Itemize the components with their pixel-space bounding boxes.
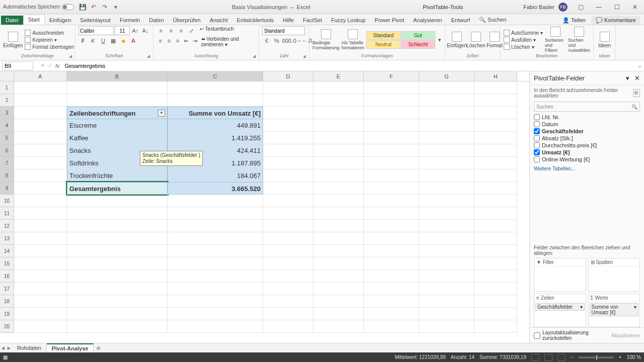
gear-icon[interactable]: ⚙ (633, 89, 640, 97)
area-values[interactable]: Σ Werte Summe von Umsatz [€]▾ (588, 294, 640, 327)
increase-font-icon[interactable]: A↑ (131, 26, 140, 35)
comma-icon[interactable]: 000 (282, 36, 291, 45)
fill-button[interactable]: Ausfüllen ▾ (504, 37, 543, 43)
row-header[interactable]: 13 (0, 232, 14, 245)
find-select-button[interactable]: Suchen und Auswählen (568, 27, 590, 53)
align-middle-icon[interactable]: ≡ (167, 26, 176, 35)
col-header[interactable]: A (14, 71, 67, 81)
area-columns[interactable]: ⊞ Spalten (588, 258, 640, 292)
toggle-icon[interactable] (62, 4, 74, 10)
search-box[interactable]: 🔍 Suchen (474, 15, 511, 25)
align-top-icon[interactable]: ≡ (156, 26, 166, 35)
fx-icon[interactable]: fx (55, 63, 60, 69)
col-header[interactable]: D (263, 71, 313, 81)
font-select[interactable] (78, 26, 114, 35)
sheet-nav-prev-icon[interactable]: ◄ (0, 345, 6, 351)
row-header[interactable]: 4 (0, 119, 14, 132)
field-checkbox[interactable] (534, 121, 540, 127)
cancel-formula-icon[interactable]: ✕ (40, 62, 45, 69)
copy-button[interactable]: Kopieren ▾ (25, 37, 74, 43)
tab-page-layout[interactable]: Seitenlayout (75, 16, 115, 25)
wrap-text-button[interactable]: ↩ Textumbruch (200, 26, 234, 35)
style-schlecht[interactable]: Schlecht (401, 40, 435, 49)
tab-file[interactable]: Datei (1, 16, 23, 25)
field-item[interactable]: Datum (534, 121, 640, 128)
indent-inc-icon[interactable]: ⇥ (191, 36, 199, 45)
insert-cells-button[interactable]: Einfügen (448, 32, 465, 48)
tab-start[interactable]: Start (23, 15, 45, 25)
area-item[interactable]: Geschäftsfelder▾ (535, 303, 585, 311)
tab-fuzzy[interactable]: Fuzzy Lookup (327, 16, 370, 25)
row-header[interactable]: 14 (0, 245, 14, 257)
dialog-launcher-icon[interactable]: ◢ (303, 54, 308, 59)
row-header[interactable]: 10 (0, 195, 14, 207)
chevron-down-icon[interactable]: ▾ (634, 304, 636, 315)
style-neutral[interactable]: Neutral (366, 40, 400, 49)
merge-center-button[interactable]: ⬌ Verbinden und zentrieren ▾ (201, 36, 256, 47)
more-tables-link[interactable]: Weitere Tabellen... (530, 164, 644, 173)
italic-icon[interactable]: K (89, 36, 98, 45)
pane-menu-icon[interactable]: ▾ (626, 74, 629, 82)
pivot-cell[interactable]: 449.891 (168, 119, 263, 132)
worksheet[interactable]: A B C D E F G H 1 2 3 Zeilenbeschriftung… (0, 71, 529, 343)
tab-view[interactable]: Ansicht (205, 16, 232, 25)
field-checkbox[interactable] (534, 128, 540, 134)
format-painter-button[interactable]: Format übertragen (25, 44, 74, 50)
row-header[interactable]: 20 (0, 320, 14, 333)
dialog-launcher-icon[interactable]: ◢ (253, 54, 258, 59)
align-bottom-icon[interactable]: ≡ (177, 26, 186, 35)
user-name[interactable]: Fabio Basler (523, 4, 554, 10)
tab-insert[interactable]: Einfügen (45, 16, 75, 25)
font-size-select[interactable] (115, 26, 130, 35)
formula-input[interactable] (63, 61, 637, 70)
paste-button[interactable]: Einfügen (3, 32, 23, 48)
zoom-out-icon[interactable]: − (571, 354, 574, 360)
save-icon[interactable]: 💾 (79, 4, 86, 11)
field-checkbox[interactable] (534, 156, 540, 162)
row-header[interactable]: 11 (0, 207, 14, 220)
conditional-formatting-button[interactable]: Bedingte Formatierung (312, 29, 340, 50)
underline-icon[interactable]: U (99, 36, 108, 45)
field-item[interactable]: Lfd. Nr. (534, 114, 640, 121)
align-center-icon[interactable]: ≡ (165, 36, 173, 45)
col-header[interactable]: B (67, 71, 168, 81)
sort-filter-button[interactable]: Sortieren und Filtern (545, 27, 566, 53)
area-rows[interactable]: ≡ Zeilen Geschäftsfelder▾ (534, 294, 586, 327)
area-item[interactable]: Summe von Umsatz [€]▾ (590, 303, 639, 316)
format-as-table-button[interactable]: Als Tabelle formatieren (342, 29, 365, 50)
expand-formula-icon[interactable]: ⌄ (637, 62, 642, 69)
zoom-level[interactable]: 100 % (627, 354, 641, 360)
pivot-cell[interactable]: Kaffee (67, 132, 168, 144)
clear-button[interactable]: Löschen ▾ (504, 44, 543, 50)
gallery-expand-icon[interactable]: ▾ (437, 35, 442, 44)
font-color-icon[interactable]: A (129, 36, 138, 45)
row-header[interactable]: 19 (0, 308, 14, 320)
pivot-value-header[interactable]: Summe von Umsatz [€] (168, 107, 263, 119)
update-button[interactable]: Aktualisieren (611, 333, 640, 338)
pivot-cell[interactable]: 184.067 (168, 169, 263, 182)
row-header[interactable]: 5 (0, 132, 14, 144)
record-macro-icon[interactable]: ▦ (3, 354, 8, 360)
field-item[interactable]: Umsatz [€] (534, 149, 640, 156)
field-item[interactable]: Absatz [Stk.] (534, 135, 640, 142)
undo-icon[interactable]: ↶ (90, 4, 97, 11)
align-left-icon[interactable]: ≡ (156, 36, 164, 45)
view-page-layout-icon[interactable] (544, 354, 552, 361)
row-header[interactable]: 7 (0, 157, 14, 169)
row-header[interactable]: 16 (0, 270, 14, 283)
share-button[interactable]: 👤 Teilen (559, 16, 589, 25)
tab-factset[interactable]: FactSet (298, 16, 327, 25)
pivot-total-value[interactable]: 3.665.520 (168, 182, 263, 195)
close-icon[interactable]: ✕ (626, 0, 644, 14)
format-cells-button[interactable]: Format (487, 32, 503, 48)
autosum-button[interactable]: AutoSumme ▾ (504, 30, 543, 36)
tab-help[interactable]: Hilfe (278, 16, 298, 25)
style-gut[interactable]: Gut (401, 31, 435, 40)
pivot-cell[interactable]: Trockenfrüchte (67, 169, 168, 182)
delete-cells-button[interactable]: Löschen (467, 32, 485, 48)
cell-styles-gallery[interactable]: Standard Gut Neutral Schlecht (366, 31, 435, 49)
user-avatar[interactable]: FB (558, 3, 568, 12)
tab-data[interactable]: Daten (144, 16, 168, 25)
tab-developer[interactable]: Entwicklertools (232, 16, 278, 25)
col-header[interactable]: F (364, 71, 419, 81)
